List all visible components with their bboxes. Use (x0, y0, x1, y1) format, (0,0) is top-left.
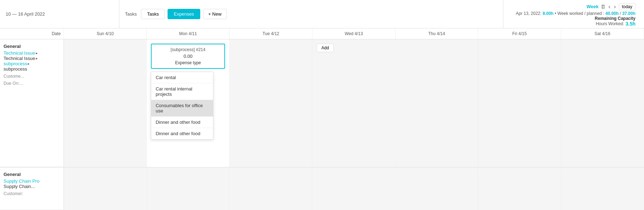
technical-issue-link-1[interactable]: Technical Issue ▸ (4, 50, 60, 56)
next-btn[interactable]: › (613, 4, 616, 10)
subprocess-link-1[interactable]: subprocess ▸ (4, 61, 60, 66)
col-tue: Tue 4/12 (230, 28, 312, 39)
top-bar: 10 — 16 April 2022 Tasks Tasks Tasks Exp… (0, 0, 644, 28)
calendar-container: Date Sun 4/10 Mon 4/11 Tue 4/12 Wed 4/13… (0, 28, 644, 210)
date-column-header: Date (0, 28, 64, 39)
expense-type-label: Expense type (154, 60, 221, 65)
row1-fri (478, 39, 561, 167)
row1-section-title: General (4, 44, 60, 49)
subprocess-text-1: subprocess (4, 66, 60, 72)
separator: • Week (555, 11, 568, 16)
planned-hours: 37.00h (622, 11, 635, 16)
row2-wed (312, 167, 395, 210)
tasks-btn[interactable]: Tasks (141, 9, 165, 19)
row1-sat (561, 39, 644, 167)
row2-mon (147, 167, 229, 210)
col-fri: Fri 4/15 (478, 28, 561, 39)
col-wed: Wed 4/13 (312, 28, 395, 39)
slash: / (620, 11, 622, 16)
row1-wed: Add (312, 39, 395, 167)
calendar-header: Date Sun 4/10 Mon 4/11 Tue 4/12 Wed 4/13… (0, 28, 644, 39)
row2-thu (395, 167, 478, 210)
hours-worked-line: Hours Worked: 3.5h (596, 21, 635, 27)
summary-line: Apr 13, 2022: 8.00h • Week worked / plan… (516, 11, 635, 16)
prev-btn[interactable]: ‹ (608, 4, 611, 10)
hours-worked-label: Hours Worked: (596, 21, 624, 26)
date-range-section: 10 — 16 April 2022 (6, 0, 119, 28)
remaining-capacity-label: Remaining Capacity (595, 16, 635, 21)
row1-sidebar: General Technical Issue ▸ Technical Issu… (0, 39, 64, 167)
supply-chain-link[interactable]: Supply Chain Pro (4, 178, 60, 184)
dropdown-item-car-rental[interactable]: Car rental (151, 72, 213, 83)
col-sun: Sun 4/10 (64, 28, 147, 39)
row2-sat (561, 167, 644, 210)
row2-tue (230, 167, 312, 210)
dropdown-item-consumables[interactable]: Consumables for office use (151, 100, 213, 117)
dropdown-item-dinner-2[interactable]: Dinner and other food (151, 128, 213, 139)
row2-fri (478, 167, 561, 210)
chevron-icon-1: ▸ (36, 51, 38, 55)
summary-date: Apr 13, 2022: (516, 11, 541, 16)
worked-hours: 40.00h (605, 11, 618, 16)
dropdown-item-dinner-1[interactable]: Dinner and other food (151, 117, 213, 128)
dropdown-scroll[interactable]: Car rental Car rental internal projects … (151, 72, 213, 139)
due-on-meta: Due On:... (4, 81, 60, 86)
expense-type-dropdown: Car rental Car rental internal projects … (151, 72, 213, 140)
row1-sun (64, 39, 147, 167)
calendar-icon: 🗓 (601, 4, 606, 10)
supply-chain-text: Supply Chain... (4, 184, 60, 189)
row1-mon: [subprocess] #214 0.00 Expense type Car … (147, 39, 229, 167)
row-1: General Technical Issue ▸ Technical Issu… (0, 39, 644, 167)
expense-card-title: [subprocess] #214 (154, 47, 221, 52)
chevron-icon-2: ▸ (36, 56, 38, 60)
worked-planned-label: worked / planned : (569, 11, 604, 16)
expenses-btn[interactable]: Expenses (168, 9, 200, 19)
col-sat: Sat 4/16 (561, 28, 644, 39)
add-button[interactable]: Add (317, 44, 333, 52)
new-btn[interactable]: + New (203, 9, 227, 19)
technical-issue-text-1: Technical Issue ▸ (4, 56, 60, 61)
expense-card-amount: 0.00 (154, 54, 221, 59)
col-thu: Thu 4/14 (395, 28, 478, 39)
chevron-icon-3: ▸ (28, 62, 29, 66)
col-mon: Mon 4/11 (147, 28, 229, 39)
dropdown-item-car-rental-internal[interactable]: Car rental internal projects (151, 83, 213, 100)
row2-section-title: General (4, 172, 60, 177)
customer-meta: Custome... (4, 74, 60, 79)
row2-sidebar: General Supply Chain Pro Supply Chain...… (0, 167, 64, 210)
week-label: Week (586, 4, 599, 9)
row1-tue (230, 39, 312, 167)
nav-controls: Week 🗓 ‹ › today (586, 3, 635, 10)
daily-hours: 8.00h (542, 11, 553, 16)
tasks-label: Tasks (125, 11, 137, 17)
row2-sun (64, 167, 147, 210)
today-btn[interactable]: today (619, 3, 635, 10)
hours-worked-value: 3.5h (626, 21, 635, 27)
toolbar-middle: Tasks Tasks Tasks Expenses + New (119, 0, 503, 28)
row-2: General Supply Chain Pro Supply Chain...… (0, 167, 644, 210)
row1-thu (395, 39, 478, 167)
expense-card[interactable]: [subprocess] #214 0.00 Expense type (151, 44, 225, 69)
date-range: 10 — 16 April 2022 (6, 11, 45, 17)
customer-meta-2: Customer: (4, 191, 60, 196)
top-bar-right: Week 🗓 ‹ › today Apr 13, 2022: 8.00h • W… (503, 2, 638, 27)
